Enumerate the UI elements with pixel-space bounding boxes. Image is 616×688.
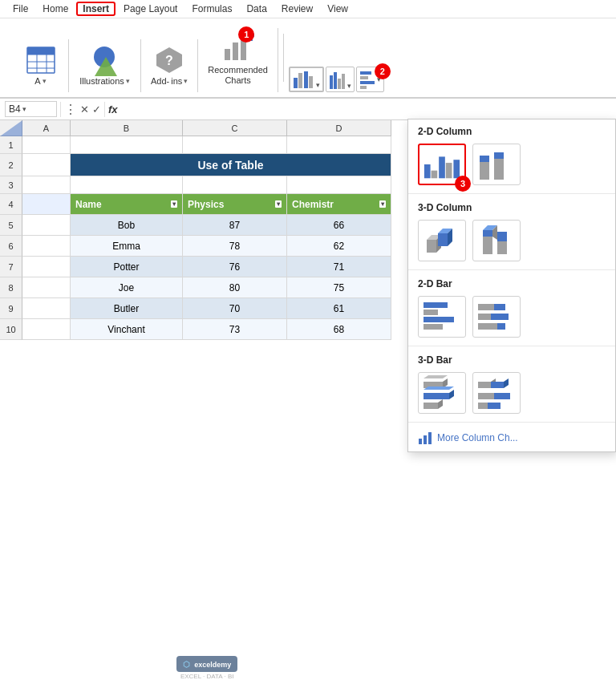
cell-header-name[interactable]: Name ▾	[71, 194, 183, 215]
svg-rect-11	[225, 49, 230, 60]
cell-ref-value: B4	[9, 103, 21, 115]
filter-icon-physics[interactable]: ▾	[275, 200, 282, 208]
more-charts-row[interactable]: More Column Ch...	[408, 424, 615, 451]
cell-6a[interactable]	[22, 236, 71, 257]
cell-9a[interactable]	[22, 298, 71, 319]
cell-6d[interactable]: 62	[287, 236, 391, 257]
cell-7a[interactable]	[22, 257, 71, 277]
svg-rect-30	[439, 156, 445, 178]
cell-10c[interactable]: 73	[183, 319, 287, 340]
rec-charts-button[interactable]: ? Recommended Charts	[205, 31, 271, 89]
cell-7d[interactable]: 71	[287, 257, 391, 277]
illustrations-chevron[interactable]: ▾	[126, 77, 130, 85]
svg-marker-73	[478, 403, 488, 409]
cell-7b[interactable]: Potter	[71, 257, 183, 277]
svg-rect-24	[360, 76, 368, 79]
menu-page-layout[interactable]: Page Layout	[117, 2, 184, 16]
cell-10d[interactable]: 68	[287, 319, 391, 340]
menu-view[interactable]: View	[321, 2, 355, 16]
addins-chevron[interactable]: ▾	[184, 77, 188, 85]
column-chart-button2[interactable]: ▾	[326, 67, 355, 92]
svg-rect-26	[360, 86, 367, 89]
cell-6c[interactable]: 78	[183, 236, 287, 257]
column-chart-button[interactable]: ▾	[289, 67, 324, 92]
cell-8c[interactable]: 80	[183, 277, 287, 298]
chart-3d-col-stacked[interactable]	[472, 220, 521, 261]
chart-3d-col-clustered[interactable]	[418, 220, 466, 261]
svg-rect-32	[453, 160, 460, 178]
cell-5d[interactable]: 66	[287, 215, 391, 236]
formula-bar-x-icon[interactable]: ✕	[80, 103, 89, 115]
cell-8a[interactable]	[22, 277, 71, 298]
menu-formulas[interactable]: Formulas	[185, 2, 238, 16]
cell-header-physics[interactable]: Physics ▾	[183, 194, 287, 215]
cell-8d[interactable]: 75	[287, 277, 391, 298]
cell-1d[interactable]	[287, 136, 391, 154]
cell-5c[interactable]: 87	[183, 215, 287, 236]
tables-chevron[interactable]: ▾	[43, 77, 47, 85]
cell-9b[interactable]: Butler	[71, 298, 183, 319]
svg-marker-66	[438, 399, 443, 409]
cell-1a[interactable]	[22, 136, 71, 154]
formula-input[interactable]	[123, 103, 611, 115]
formula-bar-dots-icon[interactable]: ⋮	[64, 102, 77, 117]
cell-1b[interactable]	[71, 136, 183, 154]
svg-marker-64	[424, 386, 454, 390]
filter-icon-name[interactable]: ▾	[171, 200, 177, 208]
cell-10a[interactable]	[22, 319, 71, 340]
illustrations-button[interactable]: Illustrations ▾	[76, 42, 133, 89]
section-label-3d-bar: 3-D Bar	[408, 348, 615, 369]
menu-insert[interactable]: Insert	[76, 2, 116, 16]
cell-9c[interactable]: 70	[183, 298, 287, 319]
svg-rect-22	[342, 74, 345, 89]
cell-3c[interactable]	[183, 176, 287, 194]
chart-2d-col-clustered[interactable]: 3	[418, 144, 466, 185]
column-chart-chevron[interactable]: ▾	[316, 81, 320, 89]
menu-data[interactable]: Data	[240, 2, 273, 16]
svg-rect-29	[432, 171, 438, 179]
formula-bar-check-icon[interactable]: ✓	[92, 103, 101, 115]
cell-3a[interactable]	[22, 176, 71, 194]
svg-rect-33	[480, 162, 489, 180]
row-header-2: 2	[0, 154, 22, 176]
svg-marker-44	[483, 230, 492, 237]
cell-5b[interactable]: Bob	[71, 215, 183, 236]
cell-3b[interactable]	[71, 176, 183, 194]
cell-ref-chevron[interactable]: ▾	[22, 105, 26, 113]
tables-button[interactable]: A ▾	[22, 42, 60, 89]
menu-review[interactable]: Review	[275, 2, 319, 16]
rec-charts-label2: Charts	[208, 75, 268, 86]
filter-icon-chemistry[interactable]: ▾	[379, 200, 386, 208]
menu-home[interactable]: Home	[36, 2, 75, 16]
section-3d-column: 3-D Column	[408, 196, 615, 268]
cell-title[interactable]: Use of Table	[71, 154, 391, 176]
chart-3d-bar-clustered[interactable]	[418, 372, 466, 414]
section-2d-bar-charts	[408, 293, 615, 344]
menu-file[interactable]: File	[6, 2, 34, 16]
cell-2a[interactable]	[22, 154, 71, 176]
addins-icon: ?	[154, 46, 184, 75]
ribbon-group-tables: A ▾	[13, 39, 69, 92]
addins-button[interactable]: ? Add- ins ▾	[148, 42, 191, 89]
cell-9d[interactable]: 61	[287, 298, 391, 319]
cell-1c[interactable]	[183, 136, 287, 154]
chart2-chevron[interactable]: ▾	[347, 82, 351, 90]
chart-2d-bar-clustered[interactable]	[418, 296, 466, 338]
cell-reference-box[interactable]: B4 ▾	[5, 101, 57, 117]
cell-7c[interactable]: 76	[183, 257, 287, 277]
cell-3d[interactable]	[287, 176, 391, 194]
cell-8b[interactable]: Joe	[71, 277, 183, 298]
cell-6b[interactable]: Emma	[71, 236, 183, 257]
section-label-2d-bar: 2-D Bar	[408, 272, 615, 293]
chart-dropdown-panel: 2-D Column 3	[407, 119, 616, 452]
cell-5a[interactable]	[22, 215, 71, 236]
cell-10b[interactable]: Vinchant	[71, 319, 183, 340]
section-2d-column: 2-D Column 3	[408, 119, 615, 192]
tables-label: A	[34, 76, 40, 86]
cell-4a[interactable]	[22, 194, 71, 215]
chart-2d-bar-stacked[interactable]	[472, 296, 521, 338]
chart-2d-col-stacked[interactable]	[472, 144, 521, 185]
cell-header-chemistry[interactable]: Chemistr ▾	[287, 194, 391, 215]
chart-3d-bar-stacked[interactable]	[472, 372, 521, 414]
svg-marker-67	[478, 382, 491, 388]
